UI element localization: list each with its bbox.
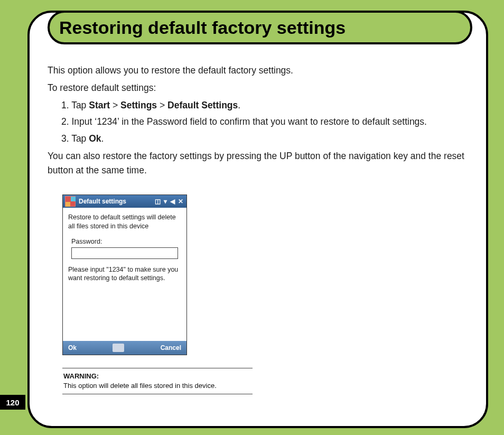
device-warning-text: Restore to default settings will delete …	[68, 213, 181, 231]
lead-text: To restore default settings:	[48, 81, 472, 95]
outro-text: You can also restore the factory setting…	[48, 149, 472, 178]
step-1-default: Default Settings	[167, 100, 238, 110]
step-3-post: .	[101, 133, 104, 144]
step-1-start: Start	[89, 100, 110, 110]
password-input[interactable]	[71, 247, 178, 259]
steps-list: 1. Tap Start > Settings > Default Settin…	[61, 98, 472, 145]
step-2: 2. Input ‘1234’ in the Password field to…	[61, 115, 472, 129]
page-title: Restoring default factory settings	[59, 17, 346, 38]
warning-block: WARNING: This option will delete all fil…	[62, 368, 253, 394]
password-label: Password:	[71, 237, 181, 246]
keyboard-icon[interactable]	[113, 344, 124, 352]
bluetooth-icon: ◫	[155, 197, 161, 207]
start-flag-icon	[65, 196, 76, 207]
step-1-post: .	[238, 100, 240, 110]
device-body: Restore to default settings will delete …	[63, 208, 186, 341]
step-1-sep2: >	[157, 100, 167, 110]
page-card: Restoring default factory settings This …	[27, 11, 488, 428]
step-3-ok: Ok	[89, 133, 101, 144]
device-screenshot: Default settings ◫ ▾ ◀ ✕ Restore to defa…	[62, 195, 187, 355]
step-1: 1. Tap Start > Settings > Default Settin…	[61, 98, 472, 113]
step-3: 3. Tap Ok.	[61, 132, 472, 146]
intro-text: This option allows you to restore the de…	[48, 63, 472, 78]
step-1-settings: Settings	[120, 100, 157, 110]
step-1-sep1: >	[110, 100, 120, 110]
step-1-pre: 1. Tap	[61, 100, 89, 110]
volume-icon: ◀	[170, 197, 175, 207]
signal-icon: ▾	[164, 197, 167, 207]
device-titlebar: Default settings ◫ ▾ ◀ ✕	[63, 195, 186, 208]
step-3-pre: 3. Tap	[61, 133, 89, 144]
cancel-button[interactable]: Cancel	[161, 343, 181, 353]
warning-label: WARNING:	[63, 372, 251, 381]
close-icon: ✕	[178, 197, 183, 207]
device-title: Default settings	[78, 197, 155, 207]
device-status-icons: ◫ ▾ ◀ ✕	[155, 197, 186, 207]
device-footer: Ok Cancel	[63, 341, 186, 355]
page-title-pill: Restoring default factory settings	[48, 11, 472, 44]
page-content: This option allows you to restore the de…	[48, 63, 472, 394]
ok-button[interactable]: Ok	[68, 343, 77, 353]
warning-text: This option will delete all files stored…	[63, 381, 251, 391]
device-hint-text: Please input "1234" to make sure you wan…	[68, 265, 181, 283]
page-number: 120	[0, 395, 25, 410]
